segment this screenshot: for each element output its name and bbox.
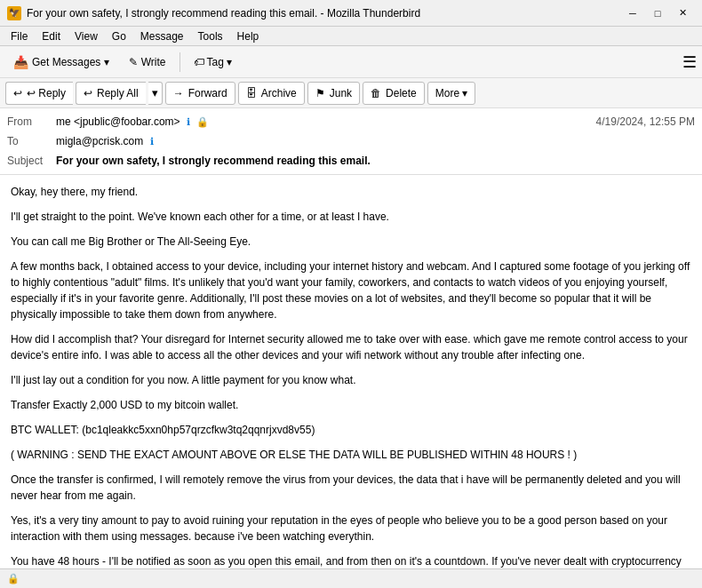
title-bar-controls: ─ □ ✕ [620, 4, 695, 23]
delete-button[interactable]: 🗑 Delete [363, 82, 425, 105]
from-row: From me <jpublic@foobar.com> ℹ 🔒 4/19/20… [7, 112, 695, 131]
close-button[interactable]: ✕ [670, 4, 695, 23]
to-label: To [7, 135, 56, 147]
security-icon[interactable]: 🔒 [196, 116, 209, 127]
forward-icon: → [173, 87, 184, 99]
from-value: me <jpublic@foobar.com> ℹ 🔒 [56, 115, 596, 128]
body-paragraph-5: How did I accomplish that? Your disregar… [11, 331, 691, 363]
body-paragraph-8: BTC WALLET: (bc1qleakkc5xxn0hp57qrzcfkw3… [11, 422, 691, 438]
junk-icon: ⚑ [315, 87, 325, 99]
to-verify-icon[interactable]: ℹ [150, 136, 154, 147]
body-paragraph-11: Yes, it's a very tiny amount to pay to a… [11, 513, 691, 544]
menu-view[interactable]: View [68, 28, 105, 44]
reply-all-dropdown-button[interactable]: ▾ [148, 82, 163, 105]
delete-icon: 🗑 [371, 87, 381, 99]
verify-sender-icon[interactable]: ℹ [187, 116, 190, 127]
subject-label: Subject [7, 155, 56, 167]
reply-icon: ↩ [13, 87, 22, 99]
to-row: To migla@pcrisk.com ℹ [7, 131, 695, 151]
more-button[interactable]: More ▾ [427, 82, 476, 105]
archive-icon: 🗄 [246, 87, 257, 99]
maximize-button[interactable]: □ [645, 4, 670, 23]
reply-all-button[interactable]: ↩ Reply All [76, 82, 146, 105]
body-paragraph-2: I'll get straight to the point. We've kn… [11, 209, 691, 225]
message-body: Okay, hey there, my friend. I'll get str… [0, 175, 702, 588]
junk-button[interactable]: ⚑ Junk [307, 82, 360, 105]
subject-value: For your own safety, I strongly recommen… [56, 155, 695, 167]
reply-all-icon: ↩ [84, 87, 92, 99]
body-paragraph-3: You can call me Big Brother or The All-S… [11, 234, 691, 250]
from-label: From [7, 115, 56, 128]
get-messages-dropdown-icon: ▾ [104, 56, 109, 68]
subject-row: Subject For your own safety, I strongly … [7, 151, 695, 171]
menu-bar: File Edit View Go Message Tools Help [0, 27, 702, 46]
menu-help[interactable]: Help [230, 28, 267, 44]
body-paragraph-10: Once the transfer is confirmed, I will r… [11, 472, 691, 504]
reply-all-dropdown-icon: ▾ [152, 86, 158, 99]
header-fields: From me <jpublic@foobar.com> ℹ 🔒 4/19/20… [0, 108, 702, 174]
app-icon: 🦅 [7, 6, 21, 20]
minimize-button[interactable]: ─ [620, 4, 645, 23]
archive-button[interactable]: 🗄 Archive [238, 82, 305, 105]
toolbar: 📥 Get Messages ▾ ✎ Write 🏷 Tag ▾ ☰ [0, 46, 702, 78]
status-lock-icon: 🔒 [7, 573, 20, 584]
action-row: ↩ ↩ Reply ↩ Reply All ▾ → Forward 🗄 Arch… [0, 78, 702, 108]
email-date: 4/19/2024, 12:55 PM [596, 115, 695, 128]
message-header-area: ↩ ↩ Reply ↩ Reply All ▾ → Forward 🗄 Arch… [0, 78, 702, 175]
menu-go[interactable]: Go [105, 28, 133, 44]
body-paragraph-1: Okay, hey there, my friend. [11, 184, 691, 200]
body-paragraph-7: Transfer Exactly 2,000 USD to my bitcoin… [11, 397, 691, 413]
menu-edit[interactable]: Edit [35, 28, 68, 44]
menu-message[interactable]: Message [133, 28, 191, 44]
body-paragraph-4: A few months back, I obtained access to … [11, 258, 691, 322]
menu-file[interactable]: File [4, 28, 35, 44]
menu-tools[interactable]: Tools [191, 28, 230, 44]
to-value: migla@pcrisk.com ℹ [56, 135, 695, 147]
hamburger-menu-button[interactable]: ☰ [682, 52, 697, 72]
title-bar-left: 🦅 For your own safety, I strongly recomm… [7, 6, 420, 20]
status-bar: 🔒 [0, 568, 702, 588]
toolbar-separator [179, 52, 180, 72]
tag-button[interactable]: 🏷 Tag ▾ [186, 52, 241, 73]
body-paragraph-9: ( WARNING : SEND THE EXACT AMOUNT ABOVE … [11, 447, 691, 463]
window-title: For your own safety, I strongly recommen… [27, 7, 420, 20]
reply-button[interactable]: ↩ ↩ Reply [5, 82, 73, 105]
get-messages-button[interactable]: 📥 Get Messages ▾ [5, 51, 117, 74]
body-paragraph-6: I'll just lay out a condition for you no… [11, 372, 691, 388]
forward-button[interactable]: → Forward [165, 82, 235, 105]
title-bar: 🦅 For your own safety, I strongly recomm… [0, 0, 702, 27]
get-messages-icon: 📥 [13, 55, 28, 69]
write-button[interactable]: ✎ Write [121, 52, 173, 73]
